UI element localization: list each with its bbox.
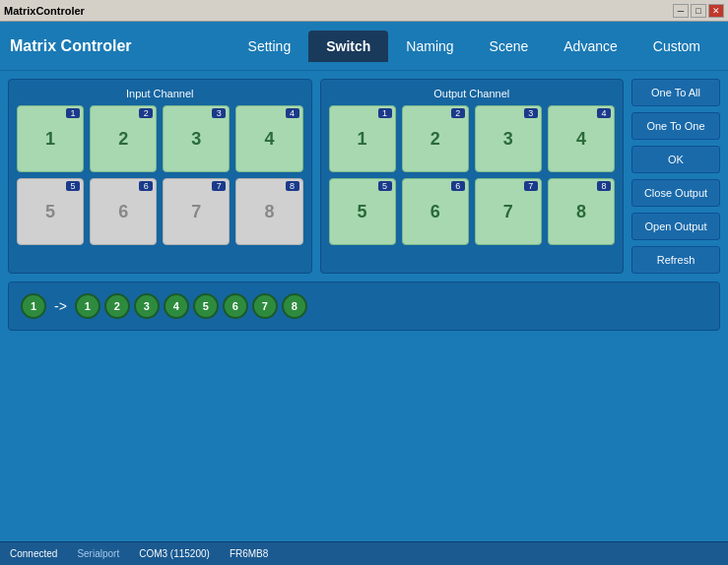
input-badge-5: 5 (66, 181, 80, 191)
status-connected: Connected (10, 548, 57, 559)
minimize-button[interactable]: ─ (673, 4, 689, 18)
app-container: Matrix Controler Setting Switch Naming S… (0, 22, 728, 565)
input-num-7: 7 (191, 202, 201, 222)
input-num-2: 2 (118, 129, 128, 150)
status-com-port: COM3 (115200) (139, 548, 210, 559)
input-cell-3[interactable]: 3 3 (163, 105, 230, 172)
ok-button[interactable]: OK (631, 146, 720, 173)
input-cell-7[interactable]: 7 7 (163, 178, 230, 245)
output-cell-7[interactable]: 7 7 (475, 178, 542, 245)
nav-tabs: Setting Switch Naming Scene Advance Cust… (231, 31, 718, 62)
route-target-4[interactable]: 4 (164, 293, 189, 319)
close-button[interactable]: ✕ (708, 4, 724, 18)
output-num-2: 2 (430, 129, 440, 150)
app-title: Matrix Controler (10, 37, 132, 55)
input-cell-1[interactable]: 1 1 (17, 105, 84, 172)
input-num-4: 4 (264, 129, 274, 150)
one-to-all-button[interactable]: One To All (631, 79, 720, 106)
output-badge-3: 3 (524, 108, 538, 118)
output-badge-7: 7 (524, 181, 538, 191)
route-target-1[interactable]: 1 (75, 293, 100, 319)
route-targets-row: 1 2 3 4 5 6 7 8 (75, 293, 307, 319)
route-target-8[interactable]: 8 (282, 293, 307, 319)
route-arrow: -> (54, 298, 67, 314)
output-num-7: 7 (503, 202, 513, 222)
refresh-button[interactable]: Refresh (631, 246, 720, 274)
main-row: Input Channel 1 1 2 2 3 3 4 (8, 79, 720, 274)
tab-switch[interactable]: Switch (308, 31, 388, 62)
status-frames: FR6MB8 (230, 548, 268, 559)
output-badge-1: 1 (378, 108, 392, 118)
route-source-dot[interactable]: 1 (21, 293, 46, 319)
status-bar: Connected Serialport COM3 (115200) FR6MB… (0, 541, 728, 565)
output-cell-2[interactable]: 2 2 (402, 105, 469, 172)
input-badge-7: 7 (212, 181, 226, 191)
right-buttons: One To All One To One OK Close Output Op… (631, 79, 720, 274)
route-target-7[interactable]: 7 (252, 293, 278, 319)
output-cell-1[interactable]: 1 1 (329, 105, 396, 172)
title-bar: MatrixControler ─ □ ✕ (0, 0, 728, 22)
output-channel-panel: Output Channel 1 1 2 2 3 3 4 (320, 79, 625, 274)
output-cell-4[interactable]: 4 4 (548, 105, 615, 172)
title-bar-text: MatrixControler (4, 5, 85, 17)
output-cell-6[interactable]: 6 6 (402, 178, 469, 245)
input-badge-1: 1 (66, 108, 80, 118)
input-channel-title: Input Channel (17, 88, 303, 99)
input-num-3: 3 (191, 129, 201, 150)
routing-area: 1 -> 1 2 3 4 5 6 7 8 (8, 282, 720, 331)
content-area: Input Channel 1 1 2 2 3 3 4 (0, 71, 728, 541)
input-num-5: 5 (45, 202, 55, 222)
output-channel-title: Output Channel (329, 88, 616, 99)
input-num-6: 6 (118, 202, 128, 222)
tab-scene[interactable]: Scene (472, 31, 547, 62)
input-num-8: 8 (264, 202, 274, 222)
output-badge-4: 4 (597, 108, 611, 118)
output-channel-grid: 1 1 2 2 3 3 4 4 (329, 105, 616, 245)
route-target-2[interactable]: 2 (104, 293, 130, 319)
input-cell-4[interactable]: 4 4 (235, 105, 302, 172)
output-cell-3[interactable]: 3 3 (475, 105, 542, 172)
input-channel-grid: 1 1 2 2 3 3 4 4 (17, 105, 303, 245)
output-num-6: 6 (430, 202, 440, 222)
tab-naming[interactable]: Naming (388, 31, 471, 62)
output-num-5: 5 (358, 202, 367, 222)
output-badge-8: 8 (597, 181, 611, 191)
output-cell-8[interactable]: 8 8 (548, 178, 615, 245)
input-badge-8: 8 (286, 181, 299, 191)
input-badge-3: 3 (212, 108, 226, 118)
output-num-1: 1 (358, 129, 367, 150)
input-channel-panel: Input Channel 1 1 2 2 3 3 4 (8, 79, 312, 274)
route-target-3[interactable]: 3 (134, 293, 160, 319)
status-serialport-label: Serialport (77, 548, 119, 559)
input-num-1: 1 (45, 129, 55, 150)
close-output-button[interactable]: Close Output (631, 179, 720, 207)
input-cell-2[interactable]: 2 2 (90, 105, 157, 172)
input-badge-2: 2 (139, 108, 153, 118)
input-cell-8[interactable]: 8 8 (235, 178, 302, 245)
restore-button[interactable]: □ (691, 4, 706, 18)
input-cell-6[interactable]: 6 6 (90, 178, 157, 245)
route-target-5[interactable]: 5 (193, 293, 219, 319)
output-num-8: 8 (576, 202, 586, 222)
output-num-4: 4 (576, 129, 586, 150)
input-cell-5[interactable]: 5 5 (17, 178, 84, 245)
output-cell-5[interactable]: 5 5 (329, 178, 396, 245)
input-badge-6: 6 (139, 181, 153, 191)
tab-setting[interactable]: Setting (231, 31, 309, 62)
navbar: Matrix Controler Setting Switch Naming S… (0, 22, 728, 71)
output-badge-5: 5 (378, 181, 392, 191)
route-target-6[interactable]: 6 (223, 293, 248, 319)
output-num-3: 3 (503, 129, 513, 150)
output-badge-6: 6 (451, 181, 465, 191)
one-to-one-button[interactable]: One To One (631, 112, 720, 140)
title-bar-buttons: ─ □ ✕ (673, 4, 724, 18)
tab-custom[interactable]: Custom (635, 31, 718, 62)
output-badge-2: 2 (451, 108, 465, 118)
tab-advance[interactable]: Advance (546, 31, 634, 62)
content-spacer (8, 339, 720, 534)
open-output-button[interactable]: Open Output (631, 213, 720, 240)
input-badge-4: 4 (286, 108, 299, 118)
